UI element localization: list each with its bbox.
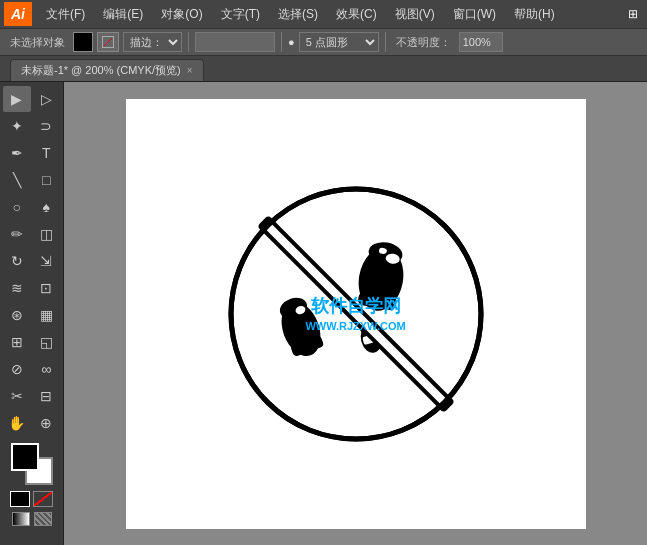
menu-help[interactable]: 帮助(H)	[506, 4, 563, 25]
magic-wand-tool[interactable]: ✦	[3, 113, 31, 139]
app-logo: Ai	[4, 2, 32, 26]
warp-tool[interactable]: ≋	[3, 275, 31, 301]
stroke-box[interactable]	[33, 491, 53, 507]
fill-stroke-area	[10, 491, 53, 507]
menu-view[interactable]: 视图(V)	[387, 4, 443, 25]
menu-right: ⊞	[623, 4, 643, 24]
scale-tool[interactable]: ⇲	[32, 248, 60, 274]
menu-window[interactable]: 窗口(W)	[445, 4, 504, 25]
color-squares	[11, 443, 53, 485]
menu-object[interactable]: 对象(O)	[153, 4, 210, 25]
opacity-label: 不透明度：	[392, 35, 455, 50]
fill-box[interactable]	[10, 491, 30, 507]
canvas-background: 软件自学网 WWW.RJZXW.COM	[126, 99, 586, 529]
stroke-preview[interactable]	[97, 32, 119, 52]
tab-close-button[interactable]: ×	[187, 65, 193, 76]
toolbar: 未选择对象 描边： ● 5 点圆形 不透明度：	[0, 28, 647, 56]
hand-tool[interactable]: ✋	[3, 410, 31, 436]
layout-icon[interactable]: ⊞	[623, 4, 643, 24]
sep3	[385, 32, 386, 52]
scissors-tool[interactable]: ✂	[3, 383, 31, 409]
menu-bar: Ai 文件(F) 编辑(E) 对象(O) 文字(T) 选择(S) 效果(C) 视…	[0, 0, 647, 28]
tools-panel: ▶ ▷ ✦ ⊃ ✒ T ╲ □ ○ ♠ ✏ ◫	[0, 82, 64, 545]
stroke-select[interactable]: 描边：	[123, 32, 182, 52]
main-area: ▶ ▷ ✦ ⊃ ✒ T ╲ □ ○ ♠ ✏ ◫	[0, 82, 647, 545]
gradient-preview[interactable]	[12, 512, 30, 526]
sep2	[281, 32, 282, 52]
rect-tool[interactable]: □	[32, 167, 60, 193]
menu-effect[interactable]: 效果(C)	[328, 4, 385, 25]
stroke-value-input[interactable]	[195, 32, 275, 52]
artwork-svg	[216, 174, 496, 454]
text-tool[interactable]: T	[32, 140, 60, 166]
gradient-tool[interactable]: ◱	[32, 329, 60, 355]
sep1	[188, 32, 189, 52]
canvas-area: 软件自学网 WWW.RJZXW.COM	[64, 82, 647, 545]
menu-text[interactable]: 文字(T)	[213, 4, 268, 25]
tab-bar: 未标题-1* @ 200% (CMYK/预览) ×	[0, 56, 647, 82]
free-transform-tool[interactable]: ⊡	[32, 275, 60, 301]
color-area	[2, 443, 61, 526]
opacity-input[interactable]	[459, 32, 503, 52]
fill-color[interactable]	[73, 32, 93, 52]
tab-label: 未标题-1* @ 200% (CMYK/预览)	[21, 63, 181, 78]
foreground-color-box[interactable]	[11, 443, 39, 471]
none-color[interactable]	[34, 512, 52, 526]
eyedropper-tool[interactable]: ⊘	[3, 356, 31, 382]
menu-file[interactable]: 文件(F)	[38, 4, 93, 25]
menu-edit[interactable]: 编辑(E)	[95, 4, 151, 25]
menu-select[interactable]: 选择(S)	[270, 4, 326, 25]
selection-label: 未选择对象	[6, 35, 69, 50]
lasso-tool[interactable]: ⊃	[32, 113, 60, 139]
rotate-tool[interactable]: ↻	[3, 248, 31, 274]
menu-items: 文件(F) 编辑(E) 对象(O) 文字(T) 选择(S) 效果(C) 视图(V…	[38, 4, 623, 25]
pen-tool[interactable]: ✒	[3, 140, 31, 166]
select-tool[interactable]: ▶	[3, 86, 31, 112]
eraser-tool[interactable]: ◫	[32, 221, 60, 247]
blend-tool[interactable]: ∞	[32, 356, 60, 382]
line-tool[interactable]: ╲	[3, 167, 31, 193]
document-tab[interactable]: 未标题-1* @ 200% (CMYK/预览) ×	[10, 59, 204, 81]
zoom-tool[interactable]: ⊕	[32, 410, 60, 436]
column-graph-tool[interactable]: ▦	[32, 302, 60, 328]
brush-tool[interactable]: ♠	[32, 194, 60, 220]
symbol-spray-tool[interactable]: ⊛	[3, 302, 31, 328]
artboard-tool[interactable]: ⊟	[32, 383, 60, 409]
direct-select-tool[interactable]: ▷	[32, 86, 60, 112]
point-label: ●	[288, 36, 295, 48]
ellipse-tool[interactable]: ○	[3, 194, 31, 220]
mesh-tool[interactable]: ⊞	[3, 329, 31, 355]
pencil-tool[interactable]: ✏	[3, 221, 31, 247]
brush-select[interactable]: 5 点圆形	[299, 32, 379, 52]
